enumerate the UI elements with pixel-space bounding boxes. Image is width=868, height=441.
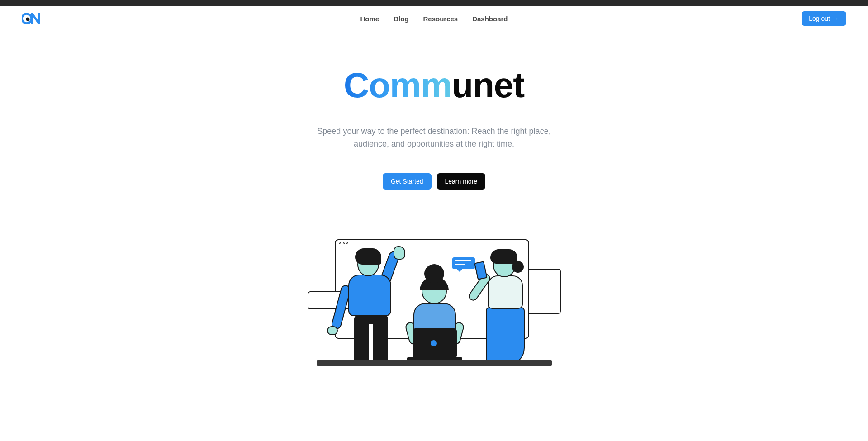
nav-resources[interactable]: Resources: [423, 15, 458, 23]
illus-person-waving: [332, 248, 405, 366]
illus-person-phone: [475, 248, 543, 366]
nav-home[interactable]: Home: [360, 15, 379, 23]
hero-section: Communet Speed your way to the perfect d…: [0, 31, 868, 366]
window-dot-icon: [346, 242, 348, 244]
hero-subtitle: Speed your way to the perfect destinatio…: [317, 125, 552, 151]
illus-window-controls: [336, 240, 528, 247]
main-nav: Home Blog Resources Dashboard: [360, 15, 508, 23]
window-dot-icon: [339, 242, 341, 244]
illus-person-laptop: [403, 264, 475, 366]
speech-line: [455, 260, 471, 261]
learn-more-button[interactable]: Learn more: [437, 173, 486, 190]
browser-tab-bar: [0, 0, 868, 6]
logout-button-label: Log out: [809, 15, 830, 22]
hero-illustration: [308, 239, 561, 366]
arrow-right-icon: →: [833, 15, 839, 22]
svg-point-1: [26, 18, 30, 21]
logout-button[interactable]: Log out →: [802, 11, 846, 26]
window-dot-icon: [343, 242, 345, 244]
site-logo[interactable]: [22, 13, 40, 24]
site-header: Home Blog Resources Dashboard Log out →: [0, 6, 868, 31]
nav-blog[interactable]: Blog: [394, 15, 408, 23]
illus-ground: [317, 360, 552, 366]
hero-cta-group: Get Started Learn more: [383, 173, 485, 190]
hero-title: Communet: [344, 67, 524, 103]
nav-dashboard[interactable]: Dashboard: [472, 15, 508, 23]
get-started-button[interactable]: Get Started: [383, 173, 432, 190]
hero-title-plain: unet: [452, 65, 525, 105]
hero-title-gradient: Comm: [344, 65, 452, 105]
